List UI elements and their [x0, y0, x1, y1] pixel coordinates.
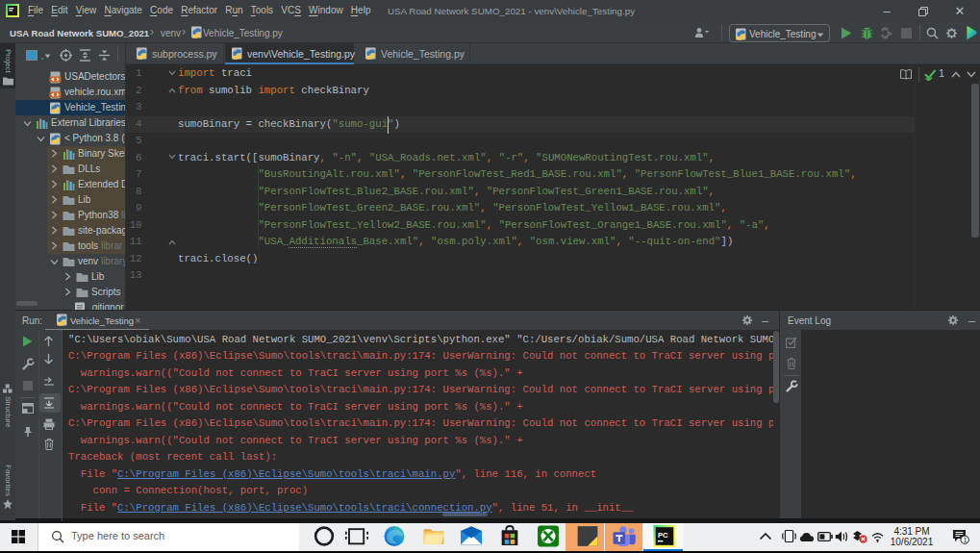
svg-text:PC: PC [658, 531, 668, 540]
svg-text:1: 1 [964, 537, 967, 543]
